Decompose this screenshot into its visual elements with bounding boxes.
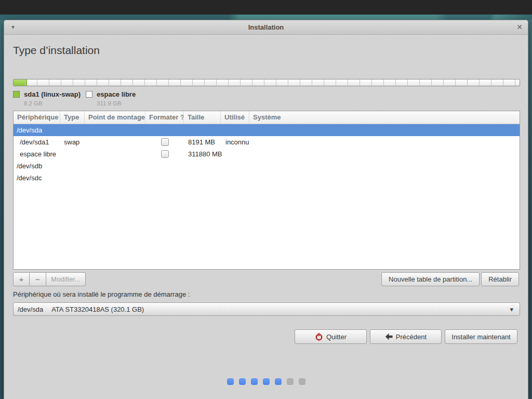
- titlebar[interactable]: ▾ Installation ✕: [4, 20, 528, 35]
- cell-size: 311880 MB: [184, 148, 221, 160]
- desktop-wallpaper: [0, 15, 532, 20]
- cell-type: [60, 124, 85, 136]
- cell-type: [60, 160, 85, 172]
- chevron-down-icon: ▾: [510, 303, 513, 316]
- cell-device: /dev/sda1: [14, 136, 60, 148]
- back-button[interactable]: Précédent: [370, 329, 442, 344]
- cell-type: [60, 148, 85, 160]
- column-header[interactable]: Système: [249, 111, 520, 124]
- partition-bar: [13, 79, 520, 86]
- format-checkbox[interactable]: [161, 150, 169, 158]
- table-row[interactable]: espace libre311880 MB: [14, 148, 520, 160]
- edit-partition-button[interactable]: Modifier...: [46, 272, 86, 286]
- cell-size: [184, 172, 221, 184]
- column-header[interactable]: Type: [60, 111, 85, 124]
- partition-table-actions: Nouvelle table de partition... Rétablir: [381, 272, 519, 286]
- cell-format: [145, 124, 184, 136]
- cell-mount-point: [85, 136, 145, 148]
- format-checkbox[interactable]: [161, 138, 169, 146]
- legend-swatch: [86, 91, 92, 98]
- legend-item: espace libre311.9 GB: [86, 90, 136, 107]
- progress-dot-done: [275, 378, 282, 385]
- table-row[interactable]: /dev/sdc: [14, 172, 520, 184]
- remove-partition-button[interactable]: −: [30, 272, 46, 286]
- column-header[interactable]: Utilisé: [221, 111, 249, 124]
- add-partition-button[interactable]: +: [13, 272, 30, 286]
- install-now-button[interactable]: Installer maintenant: [445, 329, 517, 344]
- power-icon: [315, 332, 323, 341]
- cell-device: espace libre: [14, 148, 60, 160]
- legend-size: 8.2 GB: [24, 100, 81, 107]
- installer-window: ▾ Installation ✕ Type d’installation sda…: [4, 20, 528, 399]
- back-arrow-icon: [385, 333, 393, 340]
- cell-system: [249, 148, 520, 160]
- cell-type: swap: [60, 136, 85, 148]
- cell-used: [221, 172, 249, 184]
- column-header[interactable]: Formater ?: [145, 111, 184, 124]
- back-button-label: Précédent: [396, 333, 427, 341]
- cell-format: [145, 160, 184, 172]
- cell-system: [249, 160, 520, 172]
- table-row[interactable]: /dev/sda: [14, 124, 520, 136]
- cell-format: [145, 148, 184, 160]
- partition-edit-toolbar: + − Modifier...: [13, 272, 86, 286]
- cell-used: [221, 160, 249, 172]
- quit-button-label: Quitter: [326, 333, 347, 341]
- table-row[interactable]: /dev/sdb: [14, 160, 520, 172]
- window-title: Installation: [4, 20, 528, 35]
- cell-mount-point: [85, 160, 145, 172]
- legend-size: 311.9 GB: [97, 100, 136, 107]
- progress-dot-pending: [299, 378, 305, 385]
- progress-dot-done: [227, 378, 234, 385]
- page-title: Type d’installation: [13, 44, 100, 57]
- progress-dot-pending: [287, 378, 294, 385]
- desktop-top-panel: [0, 0, 532, 15]
- legend-label: sda1 (linux-swap): [24, 90, 81, 98]
- partition-table: PériphériqueTypePoint de montageFormater…: [13, 111, 520, 270]
- close-icon[interactable]: ✕: [516, 20, 523, 35]
- cell-device: /dev/sdc: [14, 172, 60, 184]
- partition-table-header: PériphériqueTypePoint de montageFormater…: [14, 111, 520, 124]
- column-header[interactable]: Périphérique: [14, 111, 60, 124]
- cell-system: [249, 136, 520, 148]
- install-button-label: Installer maintenant: [451, 333, 510, 341]
- cell-used: [221, 148, 249, 160]
- cell-mount-point: [85, 148, 145, 160]
- boot-device-select[interactable]: /dev/sda ATA ST3320418AS (320.1 GB) ▾: [13, 302, 520, 316]
- wizard-progress-dots: [4, 378, 528, 385]
- legend-swatch: [13, 91, 20, 98]
- legend-item: sda1 (linux-swap)8.2 GB: [13, 90, 81, 107]
- cell-mount-point: [85, 124, 145, 136]
- cell-device: /dev/sdb: [14, 160, 60, 172]
- partition-table-body: /dev/sda/dev/sda1swap8191 MBinconnuespac…: [14, 124, 520, 184]
- cell-device: /dev/sda: [14, 124, 60, 136]
- cell-system: [249, 172, 520, 184]
- cell-mount-point: [85, 172, 145, 184]
- cell-format: [145, 172, 184, 184]
- cell-format: [145, 136, 184, 148]
- partition-bar-ticks: [14, 79, 520, 86]
- boot-device-value: /dev/sda: [18, 305, 43, 313]
- cell-system: [249, 124, 520, 136]
- table-row[interactable]: /dev/sda1swap8191 MBinconnu: [14, 136, 520, 148]
- progress-dot-done: [239, 378, 246, 385]
- progress-dot-done: [251, 378, 258, 385]
- new-partition-table-button[interactable]: Nouvelle table de partition...: [381, 272, 480, 286]
- cell-used: [221, 124, 249, 136]
- column-header[interactable]: Taille: [184, 111, 221, 124]
- cell-used: inconnu: [221, 136, 249, 148]
- column-header[interactable]: Point de montage: [85, 111, 145, 124]
- revert-button[interactable]: Rétablir: [481, 272, 519, 286]
- legend-label: espace libre: [97, 90, 136, 98]
- cell-size: [184, 124, 221, 136]
- quit-button[interactable]: Quitter: [295, 329, 367, 344]
- boot-device-label: Périphérique où sera installé le program…: [13, 290, 190, 298]
- progress-dot-done: [263, 378, 270, 385]
- cell-size: 8191 MB: [184, 136, 221, 148]
- cell-size: [184, 160, 221, 172]
- boot-device-description: ATA ST3320418AS (320.1 GB): [51, 305, 144, 313]
- cell-type: [60, 172, 85, 184]
